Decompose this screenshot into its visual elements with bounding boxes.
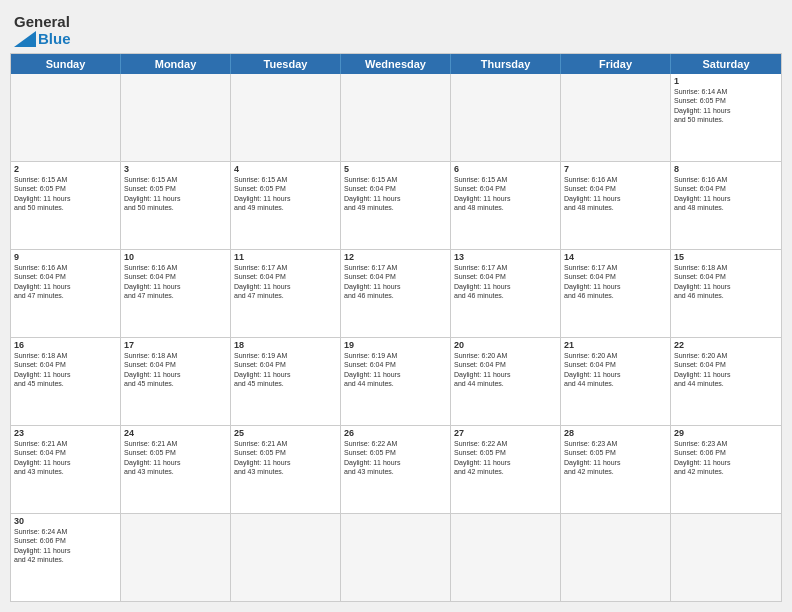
day-cell xyxy=(451,74,561,161)
day-cell: 10Sunrise: 6:16 AM Sunset: 6:04 PM Dayli… xyxy=(121,250,231,337)
day-info: Sunrise: 6:15 AM Sunset: 6:04 PM Dayligh… xyxy=(344,175,447,213)
day-number: 12 xyxy=(344,252,447,262)
day-header: Saturday xyxy=(671,54,781,74)
day-cell: 1Sunrise: 6:14 AM Sunset: 6:05 PM Daylig… xyxy=(671,74,781,161)
day-cell xyxy=(341,74,451,161)
day-info: Sunrise: 6:24 AM Sunset: 6:06 PM Dayligh… xyxy=(14,527,117,565)
day-header: Monday xyxy=(121,54,231,74)
page: General Blue SundayMondayTuesdayWednesda… xyxy=(0,0,792,612)
calendar: SundayMondayTuesdayWednesdayThursdayFrid… xyxy=(10,53,782,602)
day-cell: 28Sunrise: 6:23 AM Sunset: 6:05 PM Dayli… xyxy=(561,426,671,513)
day-cell xyxy=(561,514,671,601)
day-info: Sunrise: 6:19 AM Sunset: 6:04 PM Dayligh… xyxy=(344,351,447,389)
day-info: Sunrise: 6:16 AM Sunset: 6:04 PM Dayligh… xyxy=(124,263,227,301)
day-cell: 3Sunrise: 6:15 AM Sunset: 6:05 PM Daylig… xyxy=(121,162,231,249)
logo-blue: Blue xyxy=(14,31,71,48)
day-info: Sunrise: 6:17 AM Sunset: 6:04 PM Dayligh… xyxy=(344,263,447,301)
day-cell xyxy=(121,514,231,601)
day-cell: 7Sunrise: 6:16 AM Sunset: 6:04 PM Daylig… xyxy=(561,162,671,249)
svg-marker-0 xyxy=(14,31,36,47)
day-info: Sunrise: 6:21 AM Sunset: 6:04 PM Dayligh… xyxy=(14,439,117,477)
logo-general: General xyxy=(14,14,71,31)
day-number: 6 xyxy=(454,164,557,174)
day-number: 1 xyxy=(674,76,778,86)
day-info: Sunrise: 6:15 AM Sunset: 6:05 PM Dayligh… xyxy=(234,175,337,213)
day-info: Sunrise: 6:18 AM Sunset: 6:04 PM Dayligh… xyxy=(14,351,117,389)
day-info: Sunrise: 6:22 AM Sunset: 6:05 PM Dayligh… xyxy=(454,439,557,477)
day-number: 11 xyxy=(234,252,337,262)
week-row: 9Sunrise: 6:16 AM Sunset: 6:04 PM Daylig… xyxy=(11,250,781,338)
day-header: Wednesday xyxy=(341,54,451,74)
day-number: 21 xyxy=(564,340,667,350)
day-info: Sunrise: 6:23 AM Sunset: 6:06 PM Dayligh… xyxy=(674,439,778,477)
day-cell: 6Sunrise: 6:15 AM Sunset: 6:04 PM Daylig… xyxy=(451,162,561,249)
day-cell: 15Sunrise: 6:18 AM Sunset: 6:04 PM Dayli… xyxy=(671,250,781,337)
day-cell: 9Sunrise: 6:16 AM Sunset: 6:04 PM Daylig… xyxy=(11,250,121,337)
day-info: Sunrise: 6:22 AM Sunset: 6:05 PM Dayligh… xyxy=(344,439,447,477)
day-cell: 27Sunrise: 6:22 AM Sunset: 6:05 PM Dayli… xyxy=(451,426,561,513)
day-cell xyxy=(121,74,231,161)
day-number: 13 xyxy=(454,252,557,262)
logo-text: General Blue xyxy=(14,14,71,47)
day-number: 9 xyxy=(14,252,117,262)
day-cell: 24Sunrise: 6:21 AM Sunset: 6:05 PM Dayli… xyxy=(121,426,231,513)
week-row: 23Sunrise: 6:21 AM Sunset: 6:04 PM Dayli… xyxy=(11,426,781,514)
day-number: 7 xyxy=(564,164,667,174)
day-cell: 17Sunrise: 6:18 AM Sunset: 6:04 PM Dayli… xyxy=(121,338,231,425)
day-info: Sunrise: 6:19 AM Sunset: 6:04 PM Dayligh… xyxy=(234,351,337,389)
day-info: Sunrise: 6:21 AM Sunset: 6:05 PM Dayligh… xyxy=(234,439,337,477)
day-info: Sunrise: 6:15 AM Sunset: 6:05 PM Dayligh… xyxy=(14,175,117,213)
day-cell: 20Sunrise: 6:20 AM Sunset: 6:04 PM Dayli… xyxy=(451,338,561,425)
day-cell: 21Sunrise: 6:20 AM Sunset: 6:04 PM Dayli… xyxy=(561,338,671,425)
header: General Blue xyxy=(10,10,782,47)
weeks: 1Sunrise: 6:14 AM Sunset: 6:05 PM Daylig… xyxy=(11,74,781,601)
day-cell: 2Sunrise: 6:15 AM Sunset: 6:05 PM Daylig… xyxy=(11,162,121,249)
day-info: Sunrise: 6:14 AM Sunset: 6:05 PM Dayligh… xyxy=(674,87,778,125)
week-row: 2Sunrise: 6:15 AM Sunset: 6:05 PM Daylig… xyxy=(11,162,781,250)
logo: General Blue xyxy=(14,14,71,47)
day-info: Sunrise: 6:16 AM Sunset: 6:04 PM Dayligh… xyxy=(674,175,778,213)
day-number: 24 xyxy=(124,428,227,438)
day-number: 8 xyxy=(674,164,778,174)
day-cell: 8Sunrise: 6:16 AM Sunset: 6:04 PM Daylig… xyxy=(671,162,781,249)
day-number: 15 xyxy=(674,252,778,262)
day-number: 5 xyxy=(344,164,447,174)
day-info: Sunrise: 6:15 AM Sunset: 6:04 PM Dayligh… xyxy=(454,175,557,213)
day-number: 19 xyxy=(344,340,447,350)
day-cell: 12Sunrise: 6:17 AM Sunset: 6:04 PM Dayli… xyxy=(341,250,451,337)
day-header: Thursday xyxy=(451,54,561,74)
day-cell xyxy=(671,514,781,601)
week-row: 16Sunrise: 6:18 AM Sunset: 6:04 PM Dayli… xyxy=(11,338,781,426)
day-info: Sunrise: 6:23 AM Sunset: 6:05 PM Dayligh… xyxy=(564,439,667,477)
day-info: Sunrise: 6:21 AM Sunset: 6:05 PM Dayligh… xyxy=(124,439,227,477)
day-cell: 16Sunrise: 6:18 AM Sunset: 6:04 PM Dayli… xyxy=(11,338,121,425)
day-cell: 18Sunrise: 6:19 AM Sunset: 6:04 PM Dayli… xyxy=(231,338,341,425)
day-number: 14 xyxy=(564,252,667,262)
day-info: Sunrise: 6:15 AM Sunset: 6:05 PM Dayligh… xyxy=(124,175,227,213)
day-info: Sunrise: 6:16 AM Sunset: 6:04 PM Dayligh… xyxy=(564,175,667,213)
day-info: Sunrise: 6:20 AM Sunset: 6:04 PM Dayligh… xyxy=(674,351,778,389)
day-header: Friday xyxy=(561,54,671,74)
day-header: Sunday xyxy=(11,54,121,74)
day-info: Sunrise: 6:16 AM Sunset: 6:04 PM Dayligh… xyxy=(14,263,117,301)
day-headers: SundayMondayTuesdayWednesdayThursdayFrid… xyxy=(11,54,781,74)
day-header: Tuesday xyxy=(231,54,341,74)
day-number: 26 xyxy=(344,428,447,438)
day-number: 17 xyxy=(124,340,227,350)
day-cell xyxy=(341,514,451,601)
day-cell: 5Sunrise: 6:15 AM Sunset: 6:04 PM Daylig… xyxy=(341,162,451,249)
day-number: 22 xyxy=(674,340,778,350)
day-cell: 29Sunrise: 6:23 AM Sunset: 6:06 PM Dayli… xyxy=(671,426,781,513)
day-number: 27 xyxy=(454,428,557,438)
day-cell: 30Sunrise: 6:24 AM Sunset: 6:06 PM Dayli… xyxy=(11,514,121,601)
day-cell: 11Sunrise: 6:17 AM Sunset: 6:04 PM Dayli… xyxy=(231,250,341,337)
day-number: 28 xyxy=(564,428,667,438)
day-cell xyxy=(451,514,561,601)
day-number: 3 xyxy=(124,164,227,174)
day-cell: 23Sunrise: 6:21 AM Sunset: 6:04 PM Dayli… xyxy=(11,426,121,513)
day-number: 10 xyxy=(124,252,227,262)
day-info: Sunrise: 6:17 AM Sunset: 6:04 PM Dayligh… xyxy=(234,263,337,301)
day-cell: 22Sunrise: 6:20 AM Sunset: 6:04 PM Dayli… xyxy=(671,338,781,425)
day-cell xyxy=(561,74,671,161)
day-cell: 25Sunrise: 6:21 AM Sunset: 6:05 PM Dayli… xyxy=(231,426,341,513)
